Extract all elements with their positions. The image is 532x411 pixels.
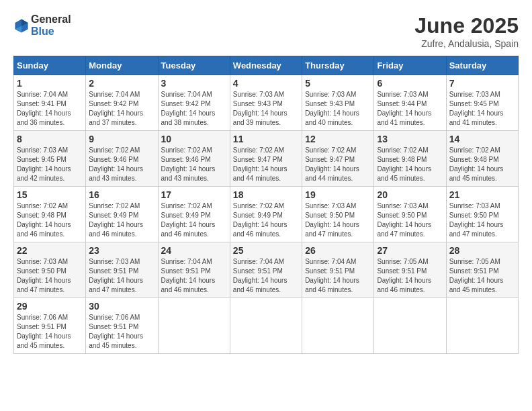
day-number: 7 [449,78,515,89]
day-number: 3 [161,78,227,89]
day-info: Sunrise: 7:03 AMSunset: 9:51 PMDaylight:… [89,257,154,295]
day-number: 10 [161,134,227,144]
day-number: 1 [17,78,83,89]
day-number: 18 [233,189,299,200]
day-number: 2 [89,78,154,89]
day-number: 14 [449,134,515,144]
day-number: 21 [449,189,515,200]
day-cell-28: 28 Sunrise: 7:05 AMSunset: 9:51 PMDaylig… [446,242,518,298]
day-cell-3: 3 Sunrise: 7:04 AMSunset: 9:42 PMDayligh… [158,75,230,131]
day-number: 9 [89,134,154,144]
header-thursday: Thursday [302,56,374,75]
day-cell-2: 2 Sunrise: 7:04 AMSunset: 9:42 PMDayligh… [86,75,158,131]
header-monday: Monday [86,56,158,75]
day-number: 26 [305,245,371,256]
day-number: 15 [17,189,83,200]
day-number: 11 [233,134,299,144]
logo-icon [13,17,30,34]
day-number: 20 [377,189,443,200]
calendar-row-1: 1 Sunrise: 7:04 AMSunset: 9:41 PMDayligh… [14,75,519,131]
empty-cell [374,298,446,354]
day-cell-25: 25 Sunrise: 7:04 AMSunset: 9:51 PMDaylig… [230,242,302,298]
empty-cell [230,298,302,354]
calendar-row-3: 15 Sunrise: 7:02 AMSunset: 9:48 PMDaylig… [14,187,519,242]
day-number: 4 [233,78,299,89]
day-info: Sunrise: 7:03 AMSunset: 9:43 PMDaylight:… [305,90,371,128]
day-cell-16: 16 Sunrise: 7:02 AMSunset: 9:49 PMDaylig… [86,187,158,242]
day-cell-20: 20 Sunrise: 7:03 AMSunset: 9:50 PMDaylig… [374,187,446,242]
day-info: Sunrise: 7:02 AMSunset: 9:48 PMDaylight:… [17,201,83,239]
day-info: Sunrise: 7:04 AMSunset: 9:51 PMDaylight:… [161,257,227,295]
logo: General Blue [13,13,71,38]
day-cell-8: 8 Sunrise: 7:03 AMSunset: 9:45 PMDayligh… [14,131,86,187]
day-cell-23: 23 Sunrise: 7:03 AMSunset: 9:51 PMDaylig… [86,242,158,298]
day-info: Sunrise: 7:04 AMSunset: 9:42 PMDaylight:… [89,90,154,128]
day-number: 12 [305,134,371,144]
day-info: Sunrise: 7:02 AMSunset: 9:49 PMDaylight:… [89,201,154,239]
day-cell-9: 9 Sunrise: 7:02 AMSunset: 9:46 PMDayligh… [86,131,158,187]
calendar-row-2: 8 Sunrise: 7:03 AMSunset: 9:45 PMDayligh… [14,131,519,187]
day-info: Sunrise: 7:06 AMSunset: 9:51 PMDaylight:… [17,313,83,351]
day-info: Sunrise: 7:03 AMSunset: 9:50 PMDaylight:… [17,257,83,295]
calendar-header-row: Sunday Monday Tuesday Wednesday Thursday… [14,56,519,75]
day-cell-21: 21 Sunrise: 7:03 AMSunset: 9:50 PMDaylig… [446,187,518,242]
day-cell-6: 6 Sunrise: 7:03 AMSunset: 9:44 PMDayligh… [374,75,446,131]
header-sunday: Sunday [14,56,86,75]
day-number: 29 [17,301,83,312]
day-info: Sunrise: 7:03 AMSunset: 9:45 PMDaylight:… [449,90,515,128]
header-friday: Friday [374,56,446,75]
day-cell-11: 11 Sunrise: 7:02 AMSunset: 9:47 PMDaylig… [230,131,302,187]
day-info: Sunrise: 7:03 AMSunset: 9:50 PMDaylight:… [449,201,515,239]
location-title: Zufre, Andalusia, Spain [414,38,519,49]
day-cell-10: 10 Sunrise: 7:02 AMSunset: 9:46 PMDaylig… [158,131,230,187]
day-info: Sunrise: 7:04 AMSunset: 9:51 PMDaylight:… [305,257,371,295]
day-number: 5 [305,78,371,89]
day-number: 22 [17,245,83,256]
day-info: Sunrise: 7:02 AMSunset: 9:49 PMDaylight:… [161,201,227,239]
day-cell-27: 27 Sunrise: 7:05 AMSunset: 9:51 PMDaylig… [374,242,446,298]
day-info: Sunrise: 7:02 AMSunset: 9:47 PMDaylight:… [233,146,299,183]
day-info: Sunrise: 7:06 AMSunset: 9:51 PMDaylight:… [89,313,154,351]
logo-general: General [31,13,71,25]
day-info: Sunrise: 7:02 AMSunset: 9:48 PMDaylight:… [377,146,443,183]
day-info: Sunrise: 7:03 AMSunset: 9:50 PMDaylight:… [377,201,443,239]
day-info: Sunrise: 7:02 AMSunset: 9:46 PMDaylight:… [89,146,154,183]
day-info: Sunrise: 7:02 AMSunset: 9:47 PMDaylight:… [305,146,371,183]
day-info: Sunrise: 7:05 AMSunset: 9:51 PMDaylight:… [377,257,443,295]
calendar-table: Sunday Monday Tuesday Wednesday Thursday… [13,56,519,354]
day-cell-15: 15 Sunrise: 7:02 AMSunset: 9:48 PMDaylig… [14,187,86,242]
header-saturday: Saturday [446,56,518,75]
day-info: Sunrise: 7:03 AMSunset: 9:45 PMDaylight:… [17,146,83,183]
day-info: Sunrise: 7:04 AMSunset: 9:41 PMDaylight:… [17,90,83,128]
day-number: 13 [377,134,443,144]
day-number: 17 [161,189,227,200]
day-info: Sunrise: 7:02 AMSunset: 9:49 PMDaylight:… [233,201,299,239]
day-number: 8 [17,134,83,144]
day-cell-24: 24 Sunrise: 7:04 AMSunset: 9:51 PMDaylig… [158,242,230,298]
day-info: Sunrise: 7:04 AMSunset: 9:51 PMDaylight:… [233,257,299,295]
title-area: June 2025 Zufre, Andalusia, Spain [414,13,519,49]
day-cell-22: 22 Sunrise: 7:03 AMSunset: 9:50 PMDaylig… [14,242,86,298]
day-cell-18: 18 Sunrise: 7:02 AMSunset: 9:49 PMDaylig… [230,187,302,242]
day-number: 28 [449,245,515,256]
day-info: Sunrise: 7:03 AMSunset: 9:43 PMDaylight:… [233,90,299,128]
header-tuesday: Tuesday [158,56,230,75]
day-cell-17: 17 Sunrise: 7:02 AMSunset: 9:49 PMDaylig… [158,187,230,242]
day-cell-7: 7 Sunrise: 7:03 AMSunset: 9:45 PMDayligh… [446,75,518,131]
day-cell-13: 13 Sunrise: 7:02 AMSunset: 9:48 PMDaylig… [374,131,446,187]
day-cell-29: 29 Sunrise: 7:06 AMSunset: 9:51 PMDaylig… [14,298,86,354]
month-title: June 2025 [414,13,519,38]
day-info: Sunrise: 7:02 AMSunset: 9:46 PMDaylight:… [161,146,227,183]
page-header: General Blue June 2025 Zufre, Andalusia,… [13,13,519,49]
empty-cell [302,298,374,354]
day-cell-14: 14 Sunrise: 7:02 AMSunset: 9:48 PMDaylig… [446,131,518,187]
empty-cell [158,298,230,354]
day-number: 25 [233,245,299,256]
day-number: 30 [89,301,154,312]
day-number: 27 [377,245,443,256]
day-cell-4: 4 Sunrise: 7:03 AMSunset: 9:43 PMDayligh… [230,75,302,131]
day-number: 24 [161,245,227,256]
header-wednesday: Wednesday [230,56,302,75]
day-info: Sunrise: 7:04 AMSunset: 9:42 PMDaylight:… [161,90,227,128]
empty-cell [446,298,518,354]
